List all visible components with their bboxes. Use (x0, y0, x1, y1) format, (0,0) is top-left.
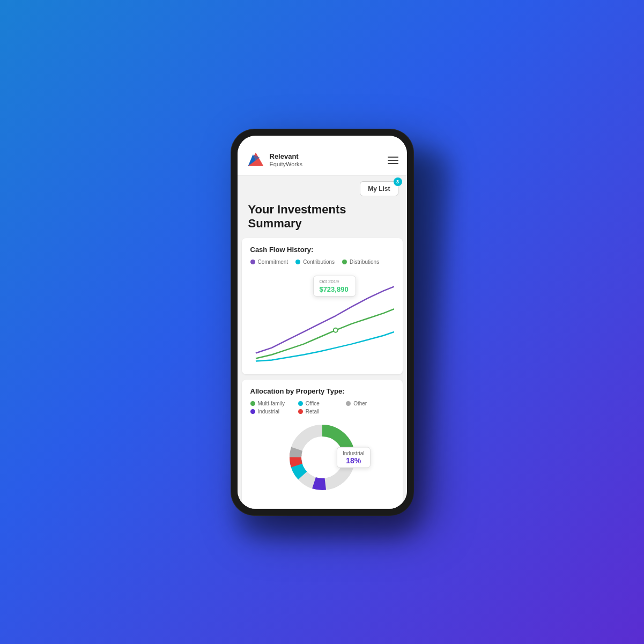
legend-retail: Retail (298, 409, 346, 414)
nav-bar: Relevant EquityWorks (238, 146, 407, 176)
legend-commitment: Commitment (250, 259, 288, 265)
legend-label-commitment: Commitment (258, 259, 288, 265)
allocation-card: Allocation by Property Type: Multi-famil… (242, 380, 403, 508)
hamburger-menu-icon[interactable] (388, 157, 398, 164)
cash-flow-legend: Commitment Contributions Distributions (250, 259, 394, 265)
cash-flow-chart: Oct 2019 $723,890 (250, 270, 394, 367)
legend-label-retail: Retail (306, 409, 320, 414)
legend-multifamily: Multi-family (250, 401, 298, 406)
cash-flow-tooltip: Oct 2019 $723,890 (313, 276, 356, 297)
legend-contributions: Contributions (295, 259, 335, 265)
svg-point-3 (333, 328, 337, 332)
page-title: Your Investments Summary (238, 198, 407, 238)
status-bar (238, 136, 407, 146)
donut-tooltip: Industrial 18% (337, 447, 371, 468)
legend-office: Office (298, 401, 346, 406)
legend-dot-office (298, 401, 303, 406)
tooltip-value: $723,890 (319, 285, 350, 293)
brand-logo (246, 151, 265, 170)
legend-dot-distributions (342, 260, 347, 264)
action-row: My List 3 (238, 176, 407, 198)
phone-screen: Relevant EquityWorks My List 3 Your Inve… (238, 136, 407, 509)
donut-chart: Industrial 18% (285, 420, 360, 495)
legend-dot-industrial (250, 409, 255, 414)
legend-label-office: Office (306, 401, 320, 406)
legend-dot-retail (298, 409, 303, 414)
brand: Relevant EquityWorks (246, 151, 303, 170)
allocation-title: Allocation by Property Type: (250, 387, 394, 395)
donut-wrapper: Industrial 18% (250, 420, 394, 500)
legend-label-distributions: Distributions (350, 259, 379, 265)
cash-flow-card: Cash Flow History: Commitment Contributi… (242, 238, 403, 374)
legend-label-multifamily: Multi-family (258, 401, 285, 406)
cash-flow-legend-row: Commitment Contributions Distributions (250, 259, 394, 265)
brand-sub: EquityWorks (270, 161, 303, 167)
donut-tooltip-label: Industrial (343, 450, 365, 456)
legend-dot-multifamily (250, 401, 255, 406)
donut-tooltip-pct: 18% (343, 456, 365, 464)
legend-dot-other (346, 401, 351, 406)
legend-dot-commitment (250, 260, 255, 264)
legend-other: Other (346, 401, 394, 406)
legend-label-contributions: Contributions (303, 259, 335, 265)
cash-flow-title: Cash Flow History: (250, 246, 394, 254)
my-list-badge: 3 (394, 177, 402, 186)
legend-label-industrial: Industrial (258, 409, 280, 414)
legend-industrial: Industrial (250, 409, 298, 414)
legend-label-other: Other (353, 401, 367, 406)
legend-dot-contributions (295, 260, 300, 264)
phone-shell: Relevant EquityWorks My List 3 Your Inve… (231, 129, 413, 515)
brand-name: Relevant (270, 153, 303, 160)
brand-text: Relevant EquityWorks (270, 153, 303, 167)
main-content[interactable]: My List 3 Your Investments Summary Cash … (238, 176, 407, 509)
legend-distributions: Distributions (342, 259, 379, 265)
my-list-button[interactable]: My List 3 (360, 181, 398, 196)
allocation-legend: Multi-family Office Other Industrial (250, 401, 394, 414)
tooltip-date: Oct 2019 (319, 279, 350, 284)
